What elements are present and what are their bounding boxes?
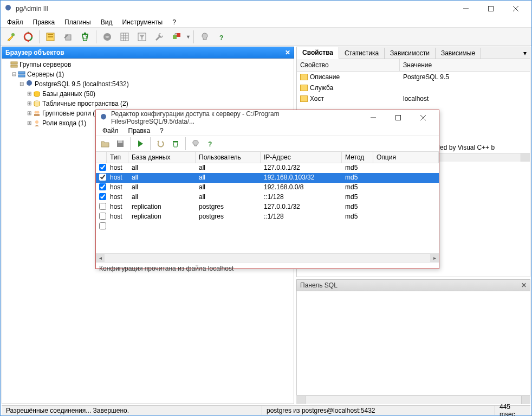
minimize-button[interactable] bbox=[453, 1, 478, 17]
tree-item[interactable]: ⊟Серверы (1) bbox=[3, 69, 293, 79]
hba-row[interactable]: hostreplicationpostgres::1/128md5 bbox=[96, 212, 439, 222]
help-icon[interactable]: ? bbox=[214, 29, 230, 45]
col-type[interactable]: Тип bbox=[107, 152, 128, 163]
hint-icon[interactable] bbox=[197, 29, 213, 45]
tab-dependencies[interactable]: Зависимости bbox=[385, 48, 436, 59]
tree-item[interactable]: ⊞Табличные пространства (2) bbox=[3, 99, 293, 108]
hba-row[interactable]: hostreplicationpostgres127.0.0.1/32md5 bbox=[96, 202, 439, 212]
sql-hscrollbar[interactable] bbox=[296, 395, 530, 404]
hba-row[interactable]: hostallall192.168.0.103/32md5 bbox=[96, 173, 439, 183]
hba-row[interactable]: hostallall::1/128md5 bbox=[96, 193, 439, 202]
object-browser-close-icon[interactable]: ✕ bbox=[285, 49, 290, 56]
server-group-icon bbox=[10, 61, 18, 68]
sql-panel-close-icon[interactable]: ✕ bbox=[521, 281, 527, 289]
sql-editor[interactable] bbox=[296, 291, 530, 395]
hba-ip: 127.0.0.1/32 bbox=[261, 163, 342, 173]
prop-col-name[interactable]: Свойство bbox=[297, 59, 400, 71]
prop-col-value[interactable]: Значение bbox=[400, 59, 435, 71]
svg-rect-38 bbox=[118, 140, 122, 143]
new-object-icon[interactable] bbox=[60, 29, 76, 45]
property-row[interactable]: Служба bbox=[297, 82, 530, 93]
col-option[interactable]: Опция bbox=[373, 152, 439, 163]
tree-expander-icon[interactable]: ⊟ bbox=[11, 70, 17, 79]
dialog-help-icon[interactable]: ? bbox=[204, 137, 218, 150]
hba-row-checkbox[interactable] bbox=[99, 213, 106, 220]
hba-row-checkbox[interactable] bbox=[99, 222, 106, 229]
col-method[interactable]: Метод bbox=[342, 152, 373, 163]
dialog-hscrollbar[interactable]: ◂▸ bbox=[96, 253, 439, 262]
menu-file[interactable]: Файл bbox=[3, 17, 28, 27]
tree-expander-icon[interactable]: ⊞ bbox=[26, 89, 33, 98]
hba-row[interactable] bbox=[96, 222, 439, 232]
sql-icon[interactable] bbox=[99, 29, 115, 45]
col-user[interactable]: Пользователь bbox=[196, 152, 261, 163]
dialog-menu-help[interactable]: ? bbox=[155, 126, 168, 136]
sql-panel-title: Панель SQL bbox=[300, 281, 338, 289]
hba-user: postgres bbox=[196, 212, 261, 222]
hba-method: md5 bbox=[342, 193, 373, 202]
tree-item[interactable]: ⊞Базы данных (50) bbox=[3, 89, 293, 99]
dialog-maximize-button[interactable] bbox=[386, 110, 411, 126]
hba-grid[interactable]: Тип База данных Пользователь IP-Адрес Ме… bbox=[96, 151, 439, 253]
hba-row[interactable]: hostallall127.0.0.1/32md5 bbox=[96, 163, 439, 173]
hba-row-checkbox[interactable] bbox=[99, 203, 106, 210]
tabs-dropdown-icon[interactable]: ▾ bbox=[520, 49, 530, 57]
col-ip[interactable]: IP-Адрес bbox=[261, 152, 342, 163]
dialog-menu-edit[interactable]: Правка bbox=[124, 126, 155, 136]
hba-database: all bbox=[128, 183, 196, 193]
dialog-menu-file[interactable]: Файл bbox=[98, 126, 123, 136]
hba-row[interactable]: hostallall192.168.0.0/8md5 bbox=[96, 183, 439, 193]
tree-expander-icon[interactable]: ⊞ bbox=[26, 109, 33, 118]
dialog-undo-icon[interactable] bbox=[153, 137, 167, 150]
tree-expander-icon[interactable]: ⊞ bbox=[26, 99, 33, 108]
delete-icon[interactable] bbox=[77, 29, 93, 45]
hba-row-checkbox[interactable] bbox=[99, 174, 106, 181]
dialog-minimize-button[interactable] bbox=[361, 110, 386, 126]
dialog-open-icon[interactable] bbox=[98, 137, 112, 150]
hba-row-checkbox[interactable] bbox=[99, 183, 106, 190]
refresh-icon[interactable] bbox=[20, 29, 36, 45]
connect-icon[interactable] bbox=[3, 29, 19, 45]
main-menubar: Файл Правка Плагины Вид Инструменты ? bbox=[1, 17, 531, 28]
dialog-close-button[interactable] bbox=[411, 110, 436, 126]
hba-user bbox=[196, 222, 261, 232]
hba-type: host bbox=[107, 163, 128, 173]
tree-expander-icon[interactable]: ⊟ bbox=[18, 80, 25, 88]
property-row[interactable]: ОписаниеPostgreSQL 9.5 bbox=[297, 72, 530, 82]
properties-icon[interactable] bbox=[42, 29, 59, 45]
menu-view[interactable]: Вид bbox=[96, 17, 117, 27]
role-icon bbox=[33, 110, 41, 117]
hba-database bbox=[128, 222, 196, 232]
hba-row-checkbox[interactable] bbox=[99, 164, 106, 171]
dialog-hint-icon[interactable] bbox=[189, 137, 203, 150]
close-button[interactable] bbox=[503, 1, 528, 17]
tree-item[interactable]: ⊟PostgreSQL 9.5 (localhost:5432) bbox=[3, 79, 293, 89]
dialog-run-icon[interactable] bbox=[133, 137, 147, 150]
main-toolbar: ▼ ? bbox=[1, 28, 531, 46]
tab-properties[interactable]: Свойства bbox=[297, 47, 339, 59]
menu-plugins[interactable]: Плагины bbox=[60, 17, 95, 27]
tree-expander-icon[interactable]: ⊞ bbox=[26, 119, 33, 127]
menu-edit[interactable]: Правка bbox=[29, 17, 60, 27]
server-folder-icon bbox=[17, 71, 26, 78]
hba-ip: 192.168.0.0/8 bbox=[261, 183, 342, 193]
property-row[interactable]: Хостlocalhost bbox=[297, 93, 530, 104]
menu-tools[interactable]: Инструменты bbox=[118, 17, 167, 27]
maximize-button[interactable] bbox=[478, 1, 503, 17]
hba-row-checkbox[interactable] bbox=[99, 193, 106, 200]
hba-database: replication bbox=[128, 202, 196, 212]
dialog-save-icon[interactable] bbox=[113, 137, 127, 150]
col-database[interactable]: База данных bbox=[128, 152, 196, 163]
maintenance-icon[interactable] bbox=[151, 29, 167, 45]
filter-icon[interactable] bbox=[134, 29, 150, 45]
dialog-titlebar[interactable]: Редактор конфигурации доступа к серверу … bbox=[96, 110, 439, 125]
tab-dependents[interactable]: Зависимые bbox=[436, 48, 481, 59]
grid-icon[interactable] bbox=[116, 29, 133, 45]
svg-rect-30 bbox=[34, 114, 40, 116]
tree-item[interactable]: Группы серверов bbox=[3, 60, 293, 69]
hba-database: replication bbox=[128, 212, 196, 222]
menu-help[interactable]: ? bbox=[168, 17, 180, 27]
dialog-trash-icon[interactable] bbox=[168, 137, 183, 150]
tab-statistics[interactable]: Статистика bbox=[339, 48, 385, 59]
plugins-icon[interactable] bbox=[168, 29, 185, 45]
